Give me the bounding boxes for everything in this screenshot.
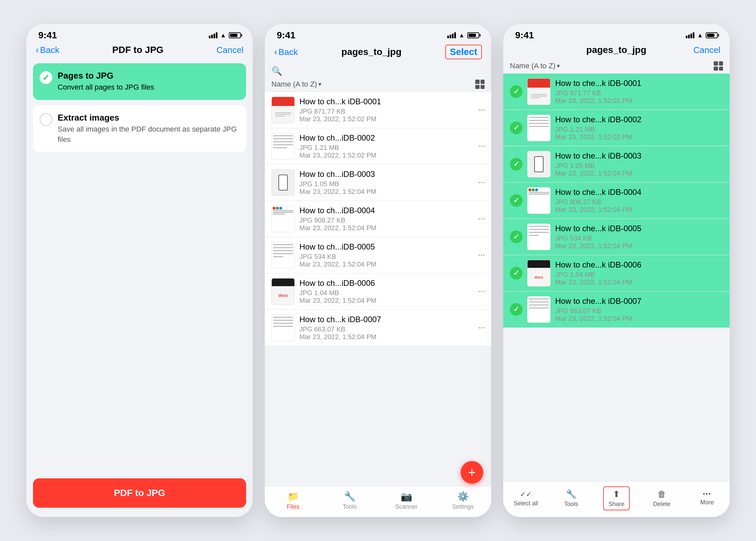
sel-file-meta-6: JPG 1.04 MB Mar 23, 2022, 1:52:04 PM — [555, 271, 723, 286]
selected-file-item-5[interactable]: ✓ How to che...k iDB-0005 JPG 534 KB Mar — [503, 219, 730, 255]
sort-label-2[interactable]: Name (A to Z) ▾ — [271, 80, 321, 89]
tools-action[interactable]: 🔧 Tools — [558, 489, 584, 508]
more-button-5[interactable] — [479, 255, 485, 256]
share-action[interactable]: ⬆ Share — [603, 486, 630, 510]
more-button-1[interactable] — [479, 109, 485, 111]
check-circle-4: ✓ — [510, 194, 523, 207]
sel-file-thumb-4 — [527, 187, 551, 214]
file-name-5: How to ch...iDB-0005 — [299, 242, 474, 252]
grid-view-icon[interactable] — [475, 80, 485, 89]
more-button-6[interactable] — [479, 291, 485, 292]
file-meta-3: JPG 1.05 MB Mar 23, 2022, 1:52:04 PM — [299, 180, 474, 196]
status-bar-2: 9:41 ▲ — [265, 24, 491, 43]
cancel-button-3[interactable]: Cancel — [693, 45, 720, 55]
selected-file-item-1[interactable]: ✓ How to che...k iDB-0001 JPG 871.77 KB — [503, 74, 730, 110]
back-label-2: Back — [278, 47, 298, 57]
file-item-3[interactable]: How to ch...iDB-0003 JPG 1.05 MB Mar 23,… — [265, 165, 491, 201]
nav-bar-3: pages_to_jpg Cancel — [503, 43, 730, 59]
select-all-action[interactable]: ✓✓ Select all — [513, 490, 539, 507]
file-item-6[interactable]: docs How to ch...iDB-0006 JPG 1.04 MB Ma… — [265, 273, 491, 310]
sel-file-info-7: How to che...k iDB-0007 JPG 663.07 KB Ma… — [555, 296, 723, 322]
nav-title-3: pages_to_jpg — [586, 45, 646, 55]
file-thumb-5 — [271, 242, 295, 269]
signal-icon-1 — [209, 32, 217, 38]
delete-label: Delete — [653, 501, 670, 508]
sel-file-thumb-1 — [527, 78, 551, 105]
option-text-1: Pages to JPG Convert all pages to JPG fi… — [58, 71, 154, 93]
file-item-2[interactable]: How to ch...iDB-0002 JPG 1.21 MB Mar 23,… — [265, 128, 491, 165]
selected-file-item-3[interactable]: ✓ How to che...k iDB-0003 JPG 1.05 MB Ma… — [503, 146, 730, 183]
more-button-7[interactable] — [479, 327, 485, 328]
file-item-1[interactable]: How to ch...k iDB-0001 JPG 871.77 KB Mar… — [265, 92, 491, 128]
tab-bar-2: 📁 Files 🔧 Tools 📷 Scanner ⚙️ Settings — [265, 486, 491, 517]
screen3: 9:41 ▲ pages_to_jpg Cancel — [503, 24, 730, 517]
share-label: Share — [608, 501, 624, 508]
pages-to-jpg-option[interactable]: ✓ Pages to JPG Convert all pages to JPG … — [33, 63, 246, 100]
radio-checked-1: ✓ — [40, 71, 52, 84]
search-icon[interactable]: 🔍 — [271, 66, 282, 76]
select-button-2[interactable]: Select — [445, 45, 482, 59]
file-info-4: How to ch...iDB-0004 JPG 908.27 KB Mar 2… — [299, 206, 474, 232]
more-button-2[interactable] — [479, 146, 485, 147]
sel-file-info-5: How to che...k iDB-0005 JPG 534 KB Mar 2… — [555, 224, 723, 250]
add-fab-button[interactable]: + — [461, 461, 483, 484]
file-meta-7: JPG 663.07 KB Mar 23, 2022, 1:52:04 PM — [299, 325, 474, 341]
tab-scanner[interactable]: 📷 Scanner — [393, 491, 420, 510]
more-icon: ••• — [703, 491, 711, 498]
status-time-3: 9:41 — [515, 30, 534, 41]
sel-file-thumb-2 — [527, 115, 551, 141]
check-circle-6: ✓ — [510, 267, 523, 279]
selected-file-item-7[interactable]: ✓ How to che...k iDB-0007 JPG 663.07 KB … — [503, 291, 730, 328]
tab-settings[interactable]: ⚙️ Settings — [450, 491, 476, 510]
file-thumb-4 — [271, 206, 295, 232]
file-item-5[interactable]: How to ch...iDB-0005 JPG 534 KB Mar 23, … — [265, 237, 491, 273]
battery-icon-1 — [229, 32, 241, 38]
sel-file-name-4: How to che...k iDB-0004 — [555, 188, 723, 197]
cancel-button-1[interactable]: Cancel — [216, 45, 243, 55]
sort-row: Name (A to Z) ▾ — [265, 78, 491, 92]
sort-label-3[interactable]: Name (A to Z) ▾ — [510, 62, 560, 70]
more-button-3[interactable] — [479, 182, 485, 183]
file-info-7: How to ch...k iDB-0007 JPG 663.07 KB Mar… — [299, 315, 474, 341]
check-circle-2: ✓ — [510, 122, 523, 134]
signal-icon-2 — [447, 32, 456, 38]
sel-file-name-7: How to che...k iDB-0007 — [555, 296, 723, 306]
tab-files[interactable]: 📁 Files — [280, 491, 306, 510]
pdf-to-jpg-button[interactable]: PDF to JPG — [33, 478, 246, 508]
sel-file-thumb-3 — [527, 151, 551, 178]
nav-bar-2: ‹ Back pages_to_jpg Select — [265, 43, 491, 63]
back-button-1[interactable]: ‹ Back — [36, 45, 59, 55]
radio-unchecked-2 — [40, 113, 52, 126]
nav-bar-1: ‹ Back PDF to JPG Cancel — [26, 43, 253, 59]
file-thumb-7 — [271, 314, 295, 341]
selected-file-item-6[interactable]: ✓ docs How to che...k iDB-0006 JPG 1.04 … — [503, 255, 730, 291]
sel-file-meta-3: JPG 1.05 MB Mar 23, 2022, 1:52:04 PM — [555, 162, 723, 177]
file-item-7[interactable]: How to ch...k iDB-0007 JPG 663.07 KB Mar… — [265, 310, 491, 346]
tab-tools[interactable]: 🔧 Tools — [336, 491, 363, 510]
file-info-3: How to ch...iDB-0003 JPG 1.05 MB Mar 23,… — [299, 170, 474, 196]
status-time-1: 9:41 — [38, 30, 57, 41]
scanner-tab-icon: 📷 — [401, 491, 412, 502]
sel-file-info-3: How to che...k iDB-0003 JPG 1.05 MB Mar … — [555, 151, 723, 177]
tools-tab-icon: 🔧 — [344, 491, 356, 502]
sel-file-thumb-5 — [527, 224, 551, 250]
grid-view-icon-3[interactable] — [714, 61, 723, 71]
chevron-left-icon-2: ‹ — [274, 47, 277, 57]
file-list-2: How to ch...k iDB-0001 JPG 871.77 KB Mar… — [265, 92, 491, 486]
tools-action-icon: 🔧 — [566, 489, 576, 499]
extract-images-option[interactable]: Extract images Save all images in the PD… — [33, 105, 246, 152]
scanner-tab-label: Scanner — [395, 503, 417, 510]
settings-tab-label: Settings — [452, 503, 474, 510]
status-bar-1: 9:41 ▲ — [26, 24, 253, 43]
check-icon-1: ✓ — [42, 73, 50, 83]
file-meta-2: JPG 1.21 MB Mar 23, 2022, 1:52:02 PM — [299, 144, 474, 159]
selected-file-item-4[interactable]: ✓ — [503, 183, 730, 219]
more-button-4[interactable] — [479, 218, 485, 220]
file-item-4[interactable]: How to ch...iDB-0004 JPG 908.27 KB Mar 2… — [265, 201, 491, 237]
more-action[interactable]: ••• More — [694, 491, 720, 506]
select-all-icon: ✓✓ — [520, 490, 532, 499]
selected-file-item-2[interactable]: ✓ How to che...k iDB-0002 JPG 1.21 MB Ma… — [503, 110, 730, 146]
delete-action[interactable]: 🗑 Delete — [648, 489, 675, 508]
back-button-2[interactable]: ‹ Back — [274, 47, 298, 57]
file-name-3: How to ch...iDB-0003 — [299, 170, 474, 179]
